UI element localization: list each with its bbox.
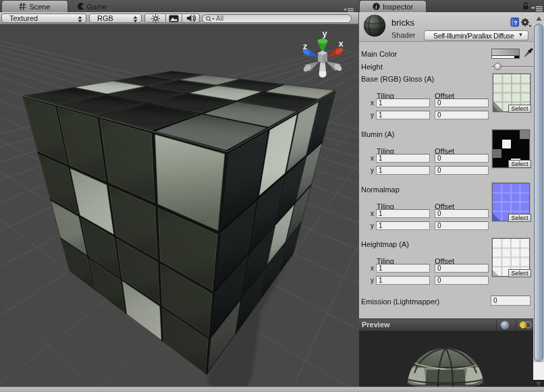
svg-text:z: z <box>303 41 308 51</box>
svg-text:y: y <box>322 28 327 38</box>
svg-text:x: x <box>338 38 344 49</box>
svg-text:?: ? <box>514 19 518 26</box>
